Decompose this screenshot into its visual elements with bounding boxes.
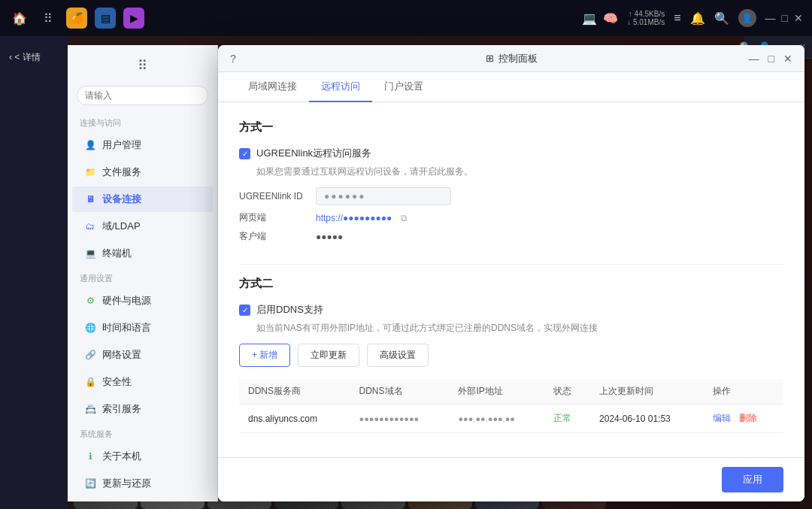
edit-button[interactable]: 编辑 bbox=[713, 413, 731, 423]
ddns-label: 启用DDNS支持 bbox=[256, 303, 323, 317]
index-icon: 📇 bbox=[84, 403, 96, 415]
sidebar-item-network[interactable]: 🔗 网络设置 bbox=[72, 342, 213, 368]
action-buttons: + 新增 立即更新 高级设置 bbox=[239, 344, 783, 367]
sidebar-item-time-lang[interactable]: 🌐 时间和语言 bbox=[72, 315, 213, 341]
tab-portal[interactable]: 门户设置 bbox=[372, 72, 435, 102]
ddns-checkbox-row: ✓ 启用DDNS支持 bbox=[239, 303, 783, 317]
network-stats: ↑ 44.5KB/s ↓ 5.01MB/s bbox=[627, 10, 665, 26]
divider-1 bbox=[239, 264, 783, 265]
home-icon[interactable]: 🏠 bbox=[9, 8, 30, 29]
minimize-button[interactable]: — bbox=[765, 12, 776, 24]
device-conn-icon: 🖥 bbox=[84, 193, 96, 205]
delete-button[interactable]: 删除 bbox=[739, 413, 757, 423]
col-domain: DDNS域名 bbox=[350, 379, 450, 404]
ram-icon: 🧠 bbox=[603, 11, 618, 26]
row-actions: 编辑 删除 bbox=[704, 404, 783, 433]
col-status: 状态 bbox=[544, 379, 590, 404]
web-port-label: 网页端 bbox=[239, 211, 307, 224]
cpu-icon: 💻 bbox=[582, 11, 597, 26]
add-button[interactable]: + 新增 bbox=[239, 344, 290, 367]
control-panel-content: 方式一 ✓ UGREENlink远程访问服务 如果您需要通过互联网远程访问设备，… bbox=[218, 102, 804, 457]
ddns-checkbox[interactable]: ✓ bbox=[239, 304, 250, 316]
back-label: < 详情 bbox=[14, 52, 40, 62]
section-one-title: 方式一 bbox=[239, 120, 783, 135]
table-header-row: DDNS服务商 DDNS域名 外部IP地址 状态 bbox=[239, 379, 783, 404]
sidebar-item-hardware[interactable]: ⚙ 硬件与电源 bbox=[72, 288, 213, 314]
search-icon[interactable]: 🔍 bbox=[714, 11, 729, 26]
sidebar-item-ldap[interactable]: 🗂 域/LDAP bbox=[72, 214, 213, 239]
bell-icon[interactable]: 🔔 bbox=[690, 11, 705, 26]
ugreenlink-label: UGREENlink远程访问服务 bbox=[256, 147, 371, 160]
cp-maximize-button[interactable]: □ bbox=[768, 53, 774, 65]
time-lang-icon: 🌐 bbox=[84, 322, 96, 334]
network-icon: 🔗 bbox=[84, 349, 96, 361]
terminal-icon: 💻 bbox=[84, 247, 96, 259]
hardware-icon: ⚙ bbox=[84, 295, 96, 307]
nav-section-system: 系统服务 bbox=[68, 423, 217, 443]
maximize-button[interactable]: □ bbox=[782, 12, 788, 24]
ugreenlink-checkbox-row: ✓ UGREENlink远程访问服务 bbox=[239, 147, 783, 160]
app3-icon[interactable]: ▶ bbox=[123, 8, 144, 29]
menu-icon[interactable]: ≡ bbox=[674, 11, 680, 25]
security-icon: 🔒 bbox=[84, 376, 96, 388]
main-dialog: ⠿ 连接与访问 👤 用户管理 📁 文件服务 🖥 设备连接 🗂 域/LDAP 💻 … bbox=[68, 45, 804, 501]
grid-icon[interactable]: ⠿ bbox=[38, 8, 59, 29]
user-avatar[interactable]: 👤 bbox=[738, 9, 756, 27]
update-icon: 🔄 bbox=[84, 477, 96, 489]
cp-close-button[interactable]: ✕ bbox=[783, 53, 792, 65]
sidebar-item-user-mgmt[interactable]: 👤 用户管理 bbox=[72, 132, 213, 158]
sidebar-item-about[interactable]: ℹ 关于本机 bbox=[72, 444, 213, 469]
ugreenlink-id-label: UGREENlink ID bbox=[239, 191, 307, 201]
ugreenlink-id-input[interactable]: ●●●●●● bbox=[316, 187, 451, 205]
file-service-icon: 📁 bbox=[84, 166, 96, 178]
section-two-title: 方式二 bbox=[239, 277, 783, 291]
col-ip: 外部IP地址 bbox=[449, 379, 544, 404]
section-method-one: 方式一 ✓ UGREENlink远程访问服务 如果您需要通过互联网远程访问设备，… bbox=[239, 120, 783, 243]
advanced-button[interactable]: 高级设置 bbox=[367, 344, 429, 367]
title-icon: ⊞ bbox=[486, 53, 494, 64]
refresh-button[interactable]: 立即更新 bbox=[298, 344, 359, 367]
control-panel-title: ⊞ 控制面板 bbox=[486, 52, 538, 65]
row-status: 正常 bbox=[544, 404, 590, 433]
control-panel-titlebar: ? ⊞ 控制面板 — □ ✕ bbox=[218, 45, 804, 72]
about-icon: ℹ bbox=[84, 450, 96, 462]
sidebar-item-terminal[interactable]: 💻 终端机 bbox=[72, 241, 213, 266]
back-arrow: ‹ bbox=[9, 52, 12, 62]
back-button[interactable]: ‹ < 详情 bbox=[3, 45, 47, 70]
web-port-value: https://●●●●●●●●● bbox=[316, 213, 392, 223]
tab-remote[interactable]: 远程访问 bbox=[309, 72, 372, 102]
download-stat: ↓ 5.01MB/s bbox=[627, 18, 665, 26]
ldap-icon: 🗂 bbox=[84, 220, 96, 232]
sidebar-item-file-service[interactable]: 📁 文件服务 bbox=[72, 159, 213, 185]
col-provider: DDNS服务商 bbox=[239, 379, 350, 404]
control-panel-footer: 应用 bbox=[218, 457, 804, 501]
sidebar-item-security[interactable]: 🔒 安全性 bbox=[72, 369, 213, 395]
sidebar-item-update[interactable]: 🔄 更新与还原 bbox=[72, 471, 213, 496]
nav-grid-icon: ⠿ bbox=[138, 57, 147, 74]
sidebar-item-device-conn[interactable]: 🖥 设备连接 bbox=[72, 186, 213, 212]
close-button[interactable]: ✕ bbox=[794, 12, 803, 24]
app2-icon[interactable]: ▤ bbox=[95, 8, 116, 29]
ugreenlink-checkbox[interactable]: ✓ bbox=[239, 148, 250, 159]
ddns-desc: 如当前NAS有可用外部IP地址，可通过此方式绑定已注册的DDNS域名，实现外网连… bbox=[256, 321, 783, 335]
apply-button[interactable]: 应用 bbox=[722, 467, 783, 492]
user-mgmt-icon: 👤 bbox=[84, 139, 96, 151]
col-last-update: 上次更新时间 bbox=[590, 379, 704, 404]
search-input[interactable] bbox=[77, 86, 208, 105]
client-port-label: 客户端 bbox=[239, 230, 307, 243]
sidebar-item-index[interactable]: 📇 索引服务 bbox=[72, 396, 213, 422]
field-web-port: 网页端 https://●●●●●●●●● ⧉ bbox=[239, 211, 783, 224]
control-panel: ? ⊞ 控制面板 — □ ✕ 局域网连接 远程访问 门户设置 bbox=[218, 45, 804, 501]
taskbar-right: 💻 🧠 ↑ 44.5KB/s ↓ 5.01MB/s ≡ 🔔 🔍 👤 — □ ✕ bbox=[582, 9, 803, 27]
taskbar: 🏠 ⠿ 🍊 ▤ ▶ 💻 🧠 ↑ 44.5KB/s ↓ 5.01MB/s ≡ 🔔 … bbox=[0, 0, 812, 36]
section-method-two: 方式二 ✓ 启用DDNS支持 如当前NAS有可用外部IP地址，可通过此方式绑定已… bbox=[239, 277, 783, 433]
row-last-update: 2024-06-10 01:53 bbox=[590, 404, 704, 433]
copy-icon[interactable]: ⧉ bbox=[401, 213, 408, 223]
app1-icon[interactable]: 🍊 bbox=[66, 8, 87, 29]
help-button[interactable]: ? bbox=[230, 53, 236, 65]
tab-lan[interactable]: 局域网连接 bbox=[236, 72, 309, 102]
nav-section-connections: 连接与访问 bbox=[68, 111, 217, 132]
field-ugreenlink-id: UGREENlink ID ●●●●●● bbox=[239, 187, 783, 205]
cp-minimize-button[interactable]: — bbox=[749, 53, 759, 65]
col-actions: 操作 bbox=[704, 379, 783, 404]
